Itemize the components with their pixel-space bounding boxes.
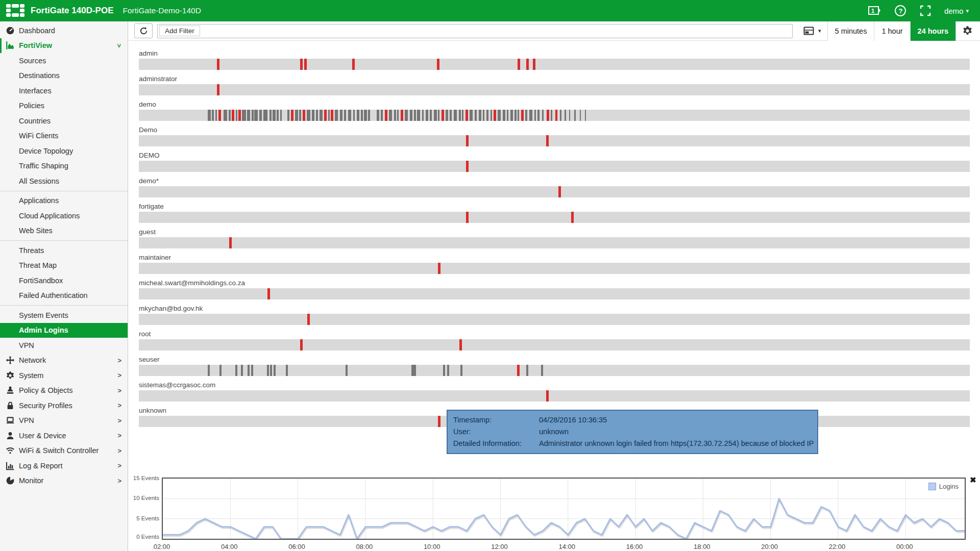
sidebar-item-applications[interactable]: Applications	[0, 193, 128, 209]
login-mark[interactable]	[394, 110, 396, 121]
settings-gear-icon[interactable]	[962, 26, 973, 36]
failed-login-mark[interactable]	[217, 84, 219, 95]
login-mark[interactable]	[252, 110, 254, 121]
login-mark[interactable]	[263, 110, 267, 121]
login-mark[interactable]	[247, 110, 250, 121]
login-mark[interactable]	[503, 110, 505, 121]
failed-login-mark[interactable]	[324, 110, 327, 121]
login-timeline-bar[interactable]	[139, 135, 970, 146]
time-range-24-hours[interactable]: 24 hours	[911, 21, 956, 41]
login-timeline-bar[interactable]	[139, 84, 970, 95]
login-mark[interactable]	[229, 110, 231, 121]
login-mark[interactable]	[219, 365, 222, 376]
login-mark[interactable]	[344, 110, 346, 121]
login-mark[interactable]	[537, 110, 540, 121]
login-mark[interactable]	[414, 110, 416, 121]
login-mark[interactable]	[312, 110, 314, 121]
failed-login-mark[interactable]	[494, 110, 496, 121]
sidebar-item-dashboard[interactable]: Dashboard	[0, 23, 128, 38]
login-mark[interactable]	[580, 110, 581, 121]
login-mark[interactable]	[215, 110, 217, 121]
login-mark[interactable]	[574, 110, 576, 121]
login-mark[interactable]	[542, 110, 544, 121]
login-mark[interactable]	[462, 110, 463, 121]
login-mark[interactable]	[434, 110, 437, 121]
login-mark[interactable]	[248, 365, 250, 376]
login-mark[interactable]	[430, 110, 432, 121]
sidebar-item-policy-objects[interactable]: Policy & Objects>	[0, 383, 128, 398]
login-mark[interactable]	[486, 110, 488, 121]
login-mark[interactable]	[235, 365, 237, 376]
login-mark[interactable]	[280, 110, 282, 121]
failed-login-mark[interactable]	[238, 110, 241, 121]
login-mark[interactable]	[212, 110, 214, 121]
failed-login-mark[interactable]	[546, 135, 549, 146]
login-timeline-bar[interactable]	[139, 390, 970, 402]
failed-login-mark[interactable]	[547, 110, 549, 121]
login-mark[interactable]	[560, 110, 561, 121]
failed-login-mark[interactable]	[303, 110, 305, 121]
login-mark[interactable]	[443, 365, 445, 376]
failed-login-mark[interactable]	[526, 59, 529, 70]
login-mark[interactable]	[525, 110, 527, 121]
sidebar-item-vpn[interactable]: VPN	[0, 338, 128, 353]
sidebar-item-countries[interactable]: Countries	[0, 113, 128, 129]
screencast-icon[interactable]: 1	[868, 5, 881, 16]
failed-login-mark[interactable]	[300, 59, 303, 70]
failed-login-mark[interactable]	[521, 110, 524, 121]
login-mark[interactable]	[254, 110, 258, 121]
login-mark[interactable]	[417, 110, 420, 121]
login-mark[interactable]	[491, 110, 492, 121]
login-mark[interactable]	[274, 365, 276, 376]
login-mark[interactable]	[270, 110, 272, 121]
failed-login-mark[interactable]	[437, 59, 439, 70]
login-mark[interactable]	[446, 110, 448, 121]
login-mark[interactable]	[299, 110, 301, 121]
login-mark[interactable]	[335, 110, 338, 121]
login-mark[interactable]	[541, 365, 543, 376]
login-mark[interactable]	[450, 110, 452, 121]
failed-login-mark[interactable]	[304, 59, 307, 70]
failed-login-mark[interactable]	[533, 59, 535, 70]
failed-login-mark[interactable]	[291, 110, 293, 121]
login-timeline-bar[interactable]	[139, 263, 970, 274]
sidebar-item-interfaces[interactable]: Interfaces	[0, 83, 128, 98]
login-timeline-bar[interactable]	[139, 186, 970, 197]
login-mark[interactable]	[295, 110, 298, 121]
login-mark[interactable]	[475, 110, 477, 121]
failed-login-mark[interactable]	[352, 59, 355, 70]
login-mark[interactable]	[551, 110, 552, 121]
time-range-1-hour[interactable]: 1 hour	[874, 21, 910, 41]
login-mark[interactable]	[438, 110, 439, 121]
sidebar-item-network[interactable]: Network>	[0, 353, 128, 368]
failed-login-mark[interactable]	[438, 416, 440, 427]
failed-login-mark[interactable]	[331, 110, 333, 121]
failed-login-mark[interactable]	[466, 161, 469, 172]
login-mark[interactable]	[422, 110, 424, 121]
login-mark[interactable]	[287, 110, 289, 121]
sidebar-item-log-report[interactable]: Log & Report>	[0, 458, 128, 473]
failed-login-mark[interactable]	[558, 186, 561, 197]
login-mark[interactable]	[364, 110, 367, 121]
login-mark[interactable]	[270, 365, 272, 376]
login-mark[interactable]	[514, 110, 517, 121]
sidebar-item-wifi-clients[interactable]: WiFi Clients	[0, 129, 128, 144]
failed-login-mark[interactable]	[401, 110, 403, 121]
sidebar-item-vpn[interactable]: VPN>	[0, 413, 128, 429]
login-mark[interactable]	[208, 365, 210, 376]
sidebar-item-system-events[interactable]: System Events	[0, 308, 128, 323]
login-timeline-bar[interactable]	[139, 288, 970, 299]
view-mode-selector[interactable]: ▾	[797, 21, 828, 41]
login-mark[interactable]	[381, 110, 383, 121]
login-timeline-bar[interactable]	[139, 365, 970, 376]
login-mark[interactable]	[377, 110, 379, 121]
login-mark[interactable]	[529, 110, 532, 121]
failed-login-mark[interactable]	[571, 212, 574, 223]
sidebar-item-cloud-applications[interactable]: Cloud Applications	[0, 208, 128, 223]
failed-login-mark[interactable]	[307, 314, 310, 325]
sidebar-item-fortiview[interactable]: FortiView>	[0, 38, 128, 54]
login-mark[interactable]	[242, 110, 246, 121]
sidebar-item-all-sessions[interactable]: All Sessions	[0, 173, 128, 189]
login-mark[interactable]	[447, 365, 449, 376]
failed-login-mark[interactable]	[232, 110, 234, 121]
